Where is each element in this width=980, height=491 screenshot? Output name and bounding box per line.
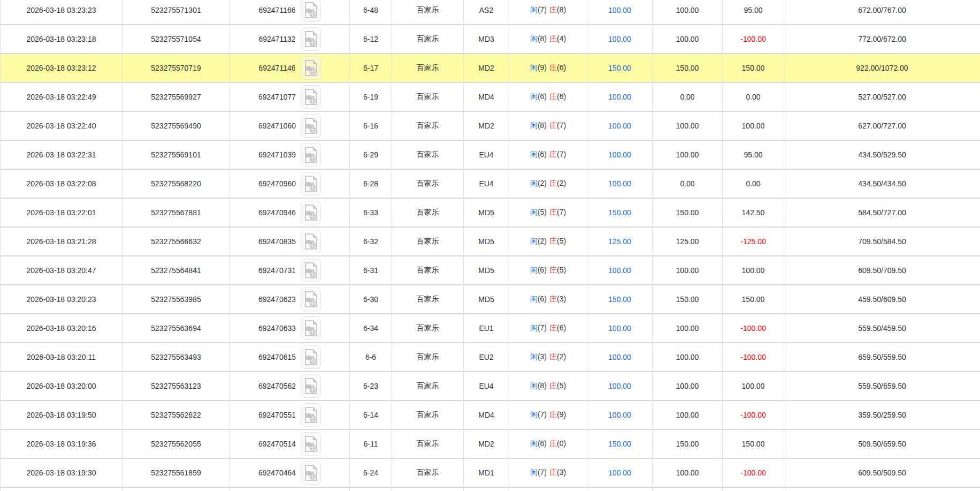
table-row[interactable]: 2026-03-18 03:22:08 523275568220 6924709… bbox=[0, 170, 980, 199]
bet-amount-link[interactable]: 100.00 bbox=[608, 35, 631, 43]
table-row[interactable]: 2026-03-18 03:22:49 523275569927 6924710… bbox=[0, 83, 980, 112]
table-row[interactable]: 2026-03-18 03:23:23 523275571301 6924711… bbox=[0, 0, 980, 25]
video-replay-button[interactable] bbox=[301, 432, 321, 456]
bet-amount-link[interactable]: 100.00 bbox=[608, 382, 631, 390]
bet-amount-link[interactable]: 100.00 bbox=[608, 324, 631, 333]
round-id-cell: 692471132 bbox=[230, 25, 350, 54]
room-code-value: MD5 bbox=[478, 237, 494, 246]
bet-time-cell: 2026-03-18 03:22:40 bbox=[0, 112, 122, 141]
table-row[interactable]: 2026-03-18 03:23:18 523275571054 6924711… bbox=[0, 25, 980, 54]
round-id-cell: 692470623 bbox=[230, 285, 350, 314]
valid-bet-cell: 100.00 bbox=[653, 343, 723, 372]
table-number-cell: 6-24 bbox=[350, 459, 392, 488]
result-cell: 闲(6)庄(3) bbox=[509, 285, 587, 314]
table-row[interactable]: 2026-03-18 03:20:47 523275564841 6924707… bbox=[0, 256, 980, 285]
bet-records-table: 2026-03-18 03:23:23 523275571301 6924711… bbox=[0, 0, 980, 491]
bet-amount-link[interactable]: 100.00 bbox=[608, 150, 631, 159]
bet-time-cell: 2026-03-18 03:23:12 bbox=[0, 54, 122, 83]
video-replay-button[interactable] bbox=[301, 114, 321, 138]
valid-bet-cell: 100.00 bbox=[653, 141, 723, 170]
table-row[interactable]: 2026-03-18 03:21:28 523275566632 6924708… bbox=[0, 228, 980, 256]
bet-amount-cell: 150.00 bbox=[587, 285, 653, 314]
valid-bet-cell: 125.00 bbox=[653, 228, 723, 256]
bet-amount-link[interactable]: 150.00 bbox=[608, 295, 631, 304]
round-id-cell: 692471060 bbox=[230, 112, 350, 141]
player-score: (6) bbox=[538, 439, 547, 448]
bet-amount-link[interactable]: 125.00 bbox=[608, 237, 631, 246]
banker-label: 庄 bbox=[549, 34, 557, 43]
video-replay-button[interactable] bbox=[301, 85, 321, 109]
valid-bet-cell: 150.00 bbox=[653, 54, 723, 83]
banker-label: 庄 bbox=[549, 439, 557, 448]
valid-bet-cell: 0.00 bbox=[653, 83, 723, 112]
bet-time-cell: 2026-03-18 03:21:28 bbox=[0, 228, 122, 256]
bet-amount-link[interactable]: 100.00 bbox=[608, 266, 631, 275]
room-code-cell: AS2 bbox=[464, 0, 509, 25]
banker-label: 庄 bbox=[549, 410, 557, 419]
player-score: (8) bbox=[538, 121, 547, 130]
room-code-value: MD2 bbox=[478, 122, 494, 130]
video-replay-button[interactable] bbox=[301, 316, 321, 340]
video-replay-button[interactable] bbox=[301, 56, 321, 80]
video-replay-button[interactable] bbox=[301, 27, 321, 51]
table-row[interactable]: 2026-03-18 03:19:30 523275561859 6924704… bbox=[0, 459, 980, 488]
round-id-cell: 692471077 bbox=[230, 83, 350, 112]
video-replay-button[interactable] bbox=[301, 143, 321, 167]
balance-cell: 509.50/659.50 bbox=[784, 430, 980, 459]
table-row[interactable]: 2026-03-18 03:20:11 523275563493 6924706… bbox=[0, 343, 980, 372]
video-replay-button[interactable] bbox=[301, 259, 321, 282]
bet-amount-link[interactable]: 100.00 bbox=[608, 6, 631, 14]
bet-amount-cell: 100.00 bbox=[587, 372, 653, 401]
game-type-cell: 百家乐 bbox=[392, 0, 464, 25]
table-row[interactable] bbox=[0, 488, 980, 491]
round-id-cell: 692471146 bbox=[230, 54, 350, 83]
bet-amount-link[interactable]: 100.00 bbox=[608, 179, 631, 188]
video-replay-button[interactable] bbox=[301, 461, 321, 485]
video-replay-button[interactable] bbox=[301, 288, 321, 311]
bet-amount-link[interactable]: 100.00 bbox=[608, 411, 631, 419]
video-replay-button[interactable] bbox=[301, 374, 321, 398]
table-row[interactable]: 2026-03-18 03:19:50 523275562622 6924705… bbox=[0, 401, 980, 430]
video-replay-icon bbox=[304, 118, 317, 134]
bet-amount-link[interactable]: 100.00 bbox=[608, 469, 631, 477]
table-row[interactable]: 2026-03-18 03:20:23 523275563985 6924706… bbox=[0, 285, 980, 314]
round-id-value: 692471146 bbox=[258, 64, 295, 72]
room-code-value: MD4 bbox=[478, 93, 494, 101]
player-score: (9) bbox=[538, 63, 547, 72]
round-id-value: 692471039 bbox=[258, 150, 296, 159]
balance-cell: 434.50/434.50 bbox=[784, 170, 980, 199]
player-score: (7) bbox=[538, 323, 547, 332]
table-row[interactable]: 2026-03-18 03:22:40 523275569490 6924710… bbox=[0, 112, 980, 141]
bet-amount-link[interactable]: 100.00 bbox=[608, 353, 631, 361]
table-row[interactable]: 2026-03-18 03:19:36 523275562055 6924705… bbox=[0, 430, 980, 459]
video-replay-button[interactable] bbox=[301, 0, 321, 22]
bet-amount-link[interactable]: 100.00 bbox=[608, 93, 631, 101]
video-replay-button[interactable] bbox=[301, 403, 321, 427]
bet-amount-link[interactable]: 150.00 bbox=[608, 64, 631, 72]
bet-amount-link[interactable]: 150.00 bbox=[608, 208, 631, 217]
video-replay-icon bbox=[304, 205, 317, 221]
video-replay-icon bbox=[304, 291, 317, 307]
player-score: (8) bbox=[538, 34, 547, 43]
round-id-value: 692471132 bbox=[258, 35, 295, 43]
room-code-value: MD2 bbox=[478, 64, 494, 72]
video-replay-button[interactable] bbox=[301, 345, 321, 369]
banker-label: 庄 bbox=[549, 208, 557, 216]
table-row[interactable]: 2026-03-18 03:22:31 523275569101 6924710… bbox=[0, 141, 980, 170]
bet-amount-cell: 100.00 bbox=[587, 112, 653, 141]
video-replay-button[interactable] bbox=[301, 230, 321, 253]
banker-label: 庄 bbox=[549, 63, 557, 72]
order-id-cell: 523275569490 bbox=[122, 112, 230, 141]
banker-label: 庄 bbox=[549, 266, 557, 274]
bet-amount-link[interactable]: 150.00 bbox=[608, 440, 631, 448]
order-id-cell: 523275563123 bbox=[122, 372, 230, 401]
table-row[interactable]: 2026-03-18 03:22:01 523275567881 6924709… bbox=[0, 199, 980, 228]
bet-amount-link[interactable]: 100.00 bbox=[608, 122, 631, 130]
video-replay-button[interactable] bbox=[301, 201, 321, 224]
round-id-value: 692470731 bbox=[258, 266, 296, 275]
round-id-value: 692470562 bbox=[258, 382, 296, 390]
table-row[interactable]: 2026-03-18 03:20:16 523275563694 6924706… bbox=[0, 314, 980, 343]
table-row[interactable]: 2026-03-18 03:20:00 523275563123 6924705… bbox=[0, 372, 980, 401]
table-row[interactable]: 2026-03-18 03:23:12 523275570719 6924711… bbox=[0, 54, 980, 83]
video-replay-button[interactable] bbox=[301, 172, 321, 195]
